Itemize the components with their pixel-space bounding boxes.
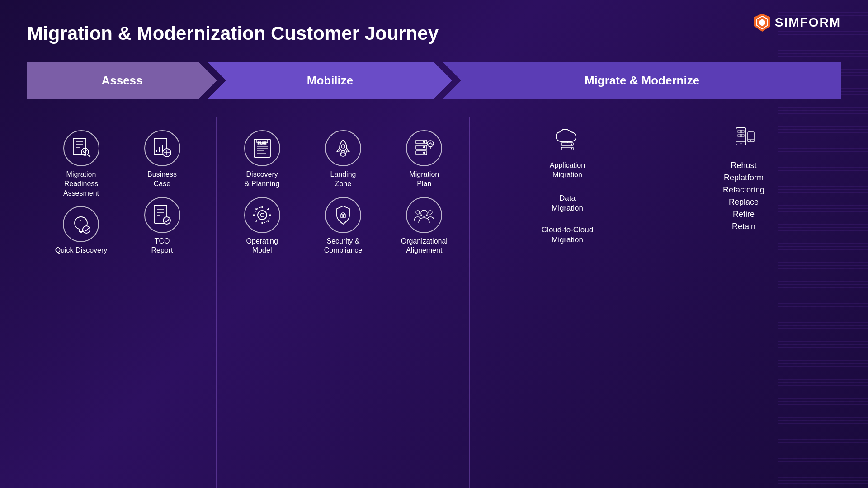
chart-document-icon xyxy=(151,136,174,160)
migrate-left: ApplicationMigration DataMigration Cloud… xyxy=(479,121,656,488)
svg-point-32 xyxy=(258,211,267,220)
replatform-label: Replatform xyxy=(724,173,764,183)
app-migration-label: ApplicationMigration xyxy=(550,161,585,180)
svg-point-72 xyxy=(750,140,751,141)
svg-point-11 xyxy=(83,226,90,233)
svg-point-60 xyxy=(571,144,572,145)
migration-readiness-icon-wrapper xyxy=(63,130,99,166)
operating-model-icon-wrapper xyxy=(244,197,280,233)
assess-col-1: Migration ReadinessAssesment Quick xyxy=(41,126,122,488)
tco-label: TCOReport xyxy=(151,237,173,256)
migration-readiness-item: Migration ReadinessAssesment xyxy=(52,130,111,198)
banner-assess: Assess xyxy=(27,62,217,99)
svg-point-42 xyxy=(341,145,345,148)
svg-rect-46 xyxy=(416,140,427,144)
page-title: Migration & Modernization Customer Journ… xyxy=(27,23,841,44)
gear-arrows-icon xyxy=(250,203,274,227)
server-arrow-icon xyxy=(412,136,436,160)
migrate-text-items: Rehost Replatform Refactoring Replace Re… xyxy=(723,161,764,231)
security-compliance-label: Security &Compliance xyxy=(324,237,362,256)
business-case-label: BusinessCase xyxy=(147,170,177,189)
mobilize-col-3: MigrationPlan xyxy=(384,126,465,488)
migration-plan-icon-wrapper xyxy=(406,130,442,166)
refactoring-label: Refactoring xyxy=(723,185,764,195)
svg-line-41 xyxy=(255,220,257,221)
svg-point-52 xyxy=(427,141,434,147)
svg-rect-47 xyxy=(416,145,427,149)
svg-point-43 xyxy=(340,153,346,156)
data-migration-item: DataMigration xyxy=(552,193,583,213)
svg-point-57 xyxy=(429,211,432,214)
mobilize-col-1: PLAN Discovery& Planning xyxy=(222,126,302,488)
svg-point-51 xyxy=(424,152,425,154)
page-container: SIMFORM Migration & Modernization Custom… xyxy=(0,0,868,488)
plan-document-icon: PLAN xyxy=(250,136,274,160)
tco-document-icon xyxy=(151,203,174,227)
cloud-server-icon xyxy=(552,126,583,157)
svg-rect-66 xyxy=(738,130,741,133)
org-alignement-label: OrganizationalAlignement xyxy=(401,237,448,256)
replace-label: Replace xyxy=(729,197,759,207)
operating-model-item: OperatingModel xyxy=(244,197,280,256)
security-compliance-item: Security &Compliance xyxy=(324,197,362,256)
app-migration-item: ApplicationMigration xyxy=(550,126,585,180)
data-migration-label: DataMigration xyxy=(552,193,583,213)
svg-point-65 xyxy=(741,143,742,145)
banner-migrate: Migrate & Modernize xyxy=(443,62,841,99)
banners-row: Assess Mobilize Migrate & Modernize xyxy=(27,62,841,99)
logo: SIMFORM xyxy=(754,14,841,32)
svg-rect-67 xyxy=(741,130,744,133)
banner-mobilize: Mobilize xyxy=(208,62,452,99)
quick-discovery-item: Quick Discovery xyxy=(55,206,108,255)
org-people-icon xyxy=(412,203,436,227)
svg-point-33 xyxy=(260,213,264,217)
document-search-icon xyxy=(70,136,93,160)
svg-point-56 xyxy=(416,211,420,214)
cloud-migration-label: Cloud-to-CloudMigration xyxy=(542,225,593,245)
columns-wrapper: Migration ReadinessAssesment Quick xyxy=(27,117,841,488)
mobilize-col-2: LandingZone Security &Compliance xyxy=(302,126,383,488)
discovery-planning-icon-wrapper: PLAN xyxy=(244,130,280,166)
svg-rect-63 xyxy=(736,128,746,145)
migrate-right: Rehost Replatform Refactoring Replace Re… xyxy=(656,121,832,488)
landing-zone-item: LandingZone xyxy=(325,130,361,189)
business-case-icon-wrapper xyxy=(144,130,180,166)
business-case-item: BusinessCase xyxy=(144,130,180,189)
svg-point-55 xyxy=(421,210,427,216)
mobilize-section: PLAN Discovery& Planning xyxy=(217,117,470,488)
migration-plan-item: MigrationPlan xyxy=(406,130,442,189)
shield-lock-icon xyxy=(331,203,355,227)
svg-point-45 xyxy=(342,215,344,216)
discovery-planning-label: Discovery& Planning xyxy=(245,170,279,189)
rehost-label: Rehost xyxy=(731,161,756,170)
quick-discovery-label: Quick Discovery xyxy=(55,246,108,255)
landing-zone-icon-wrapper xyxy=(325,130,361,166)
mobile-device-icon xyxy=(728,126,760,157)
svg-line-40 xyxy=(267,208,269,210)
tco-icon-wrapper xyxy=(144,197,180,233)
discovery-planning-item: PLAN Discovery& Planning xyxy=(244,130,280,189)
security-icon-wrapper xyxy=(325,197,361,233)
operating-model-label: OperatingModel xyxy=(246,237,278,256)
migrate-section: ApplicationMigration DataMigration Cloud… xyxy=(470,117,841,488)
svg-rect-68 xyxy=(738,134,741,137)
logo-text: SIMFORM xyxy=(775,15,841,30)
app-migration-icon-wrapper xyxy=(552,126,583,157)
cloud-migration-item: Cloud-to-CloudMigration xyxy=(542,225,593,245)
mra-label: Migration ReadinessAssesment xyxy=(52,170,111,198)
rocket-icon xyxy=(331,136,355,160)
migration-plan-label: MigrationPlan xyxy=(409,170,439,189)
svg-rect-69 xyxy=(741,134,744,137)
svg-text:PLAN: PLAN xyxy=(258,141,266,145)
retain-label: Retain xyxy=(732,222,755,231)
assess-col-2: BusinessCase TCOReport xyxy=(122,126,203,488)
landing-zone-label: LandingZone xyxy=(330,170,356,189)
assess-section: Migration ReadinessAssesment Quick xyxy=(27,117,217,488)
mobile-device-icon-wrapper xyxy=(728,126,760,157)
svg-rect-48 xyxy=(416,151,427,155)
tco-report-item: TCOReport xyxy=(144,197,180,256)
svg-point-61 xyxy=(571,148,572,150)
org-icon-wrapper xyxy=(406,197,442,233)
svg-point-49 xyxy=(424,141,425,143)
quick-discovery-icon-wrapper xyxy=(63,206,99,242)
